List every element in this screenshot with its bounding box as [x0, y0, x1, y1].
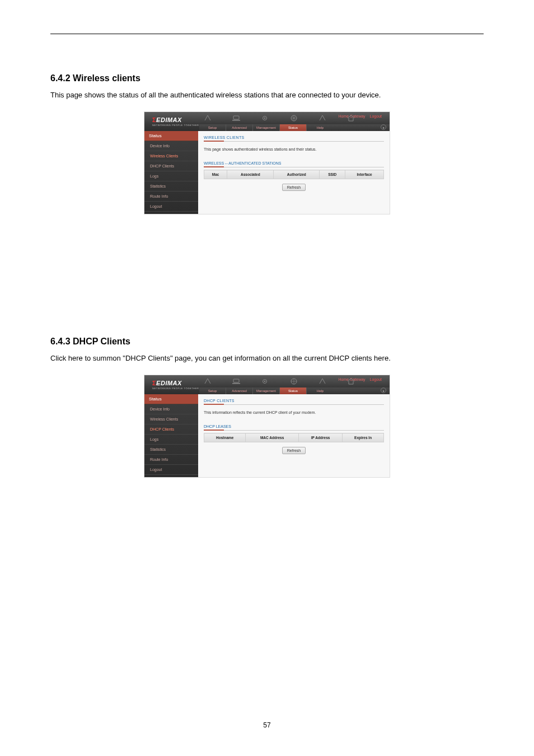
- page-number: 57: [0, 721, 534, 729]
- section-desc-wireless: This page shows the status of all the au…: [50, 90, 484, 100]
- refresh-button[interactable]: Refresh: [282, 447, 306, 454]
- antenna-icon: [199, 114, 216, 122]
- col-ip: IP Address: [298, 433, 342, 442]
- section-desc-dhcp: Click here to summon "DHCP Clients" page…: [50, 353, 484, 363]
- refresh-button[interactable]: Refresh: [282, 184, 306, 191]
- panel-title: WIRELESS CLIENTS: [204, 136, 384, 142]
- content-area: WIRELESS CLIENTS This page shows authent…: [198, 131, 390, 214]
- table-row: Mac Associated Authorized SSID Interface: [204, 170, 384, 179]
- sidebar-heading: Status: [144, 131, 198, 141]
- antenna-icon: [199, 377, 216, 385]
- house-icon: [343, 377, 359, 385]
- sidebar-item-logs[interactable]: Logs: [144, 171, 198, 181]
- svg-rect-6: [232, 383, 240, 384]
- content-area: DHCP CLIENTS This information reflects t…: [198, 394, 390, 477]
- tab-management[interactable]: Management: [253, 388, 280, 394]
- top-tabs: Setup Advanced Management Status Help: [199, 388, 390, 394]
- sidebar-item-logs[interactable]: Logs: [144, 435, 198, 445]
- antenna2-icon: [314, 114, 330, 122]
- brand-logo: ΣEDIMAX: [152, 380, 182, 386]
- top-tabs: Setup Advanced Management Status Help: [199, 124, 390, 131]
- header-icons: [199, 376, 359, 386]
- tab-status[interactable]: Status: [280, 388, 307, 394]
- tab-setup[interactable]: Setup: [199, 124, 226, 131]
- sidebar-item-device-info[interactable]: Device Info: [144, 404, 198, 414]
- gear-icon: [257, 114, 273, 122]
- header-icons: [199, 113, 359, 123]
- svg-point-3: [264, 118, 265, 119]
- svg-point-8: [264, 381, 265, 382]
- router-header: ΣEDIMAX NETWORKING PEOPLE TOGETHER Home …: [144, 375, 390, 394]
- panel-subtitle: WIRELESS -- AUTHENTICATED STATIONS: [204, 161, 384, 167]
- sidebar-heading: Status: [144, 394, 198, 404]
- tab-status[interactable]: Status: [280, 124, 307, 131]
- sidebar-item-dhcp-clients[interactable]: DHCP Clients: [144, 161, 198, 171]
- brand-logo: ΣEDIMAX: [152, 116, 182, 123]
- sidebar-item-statistics[interactable]: Statistics: [144, 445, 198, 455]
- wireless-table: Mac Associated Authorized SSID Interface: [204, 170, 384, 179]
- col-interface: Interface: [345, 170, 384, 179]
- router-header: ΣEDIMAX NETWORKING PEOPLE TOGETHER Home …: [144, 112, 390, 131]
- sidebar-item-route-info[interactable]: Route Info: [144, 455, 198, 465]
- panel-note: This page shows authenticated wireless s…: [204, 147, 384, 151]
- sidebar-item-device-info[interactable]: Device Info: [144, 141, 198, 151]
- globe-icon: [285, 377, 302, 385]
- col-authorized: Authorized: [274, 170, 320, 179]
- tab-advanced[interactable]: Advanced: [226, 124, 253, 131]
- brand-tagline: NETWORKING PEOPLE TOGETHER: [152, 387, 199, 390]
- section-title-wireless: 6.4.2 Wireless clients: [50, 73, 484, 83]
- sidebar-item-route-info[interactable]: Route Info: [144, 192, 198, 202]
- svg-rect-1: [232, 120, 240, 121]
- router-pane-dhcp: ΣEDIMAX NETWORKING PEOPLE TOGETHER Home …: [144, 375, 390, 478]
- antenna2-icon: [314, 377, 330, 385]
- col-associated: Associated: [227, 170, 274, 179]
- panel-note: This information reflects the current DH…: [204, 410, 384, 414]
- tab-advanced[interactable]: Advanced: [226, 388, 253, 394]
- tab-help[interactable]: Help: [307, 124, 334, 131]
- sidebar-item-logout[interactable]: Logout: [144, 202, 198, 212]
- sidebar-item-logout[interactable]: Logout: [144, 465, 198, 475]
- panel-subtitle: DHCP LEASES: [204, 424, 384, 431]
- laptop-icon: [228, 377, 244, 385]
- header-rule: [50, 34, 484, 34]
- panel-title: DHCP CLIENTS: [204, 399, 384, 405]
- tab-management[interactable]: Management: [253, 124, 280, 131]
- svg-rect-0: [233, 116, 239, 119]
- laptop-icon: [228, 114, 244, 122]
- gear-icon: [257, 377, 273, 385]
- col-expires: Expires In: [343, 433, 384, 442]
- sidebar-item-wireless-clients[interactable]: Wireless Clients: [144, 414, 198, 424]
- sidebar-item-dhcp-clients[interactable]: DHCP Clients: [144, 424, 198, 435]
- col-ssid: SSID: [320, 170, 345, 179]
- router-pane-wireless: ΣEDIMAX NETWORKING PEOPLE TOGETHER Home …: [144, 111, 390, 214]
- sidebar: Status Device Info Wireless Clients DHCP…: [144, 394, 198, 477]
- col-mac: Mac: [204, 170, 227, 179]
- tab-help[interactable]: Help: [307, 388, 334, 394]
- col-hostname: Hostname: [204, 433, 246, 442]
- svg-rect-5: [233, 379, 239, 382]
- table-row: Hostname MAC Address IP Address Expires …: [204, 433, 384, 442]
- dhcp-table: Hostname MAC Address IP Address Expires …: [204, 433, 384, 442]
- house-icon: [343, 114, 359, 122]
- tab-setup[interactable]: Setup: [199, 388, 226, 394]
- sidebar: Status Device Info Wireless Clients DHCP…: [144, 131, 198, 214]
- col-mac: MAC Address: [246, 433, 299, 442]
- logout-link[interactable]: Logout: [370, 114, 382, 118]
- sidebar-item-statistics[interactable]: Statistics: [144, 181, 198, 192]
- brand-tagline: NETWORKING PEOPLE TOGETHER: [152, 124, 199, 127]
- globe-icon: [285, 114, 302, 122]
- section-title-dhcp: 6.4.3 DHCP Clients: [50, 337, 484, 347]
- sidebar-item-wireless-clients[interactable]: Wireless Clients: [144, 151, 198, 161]
- logout-link[interactable]: Logout: [370, 377, 382, 381]
